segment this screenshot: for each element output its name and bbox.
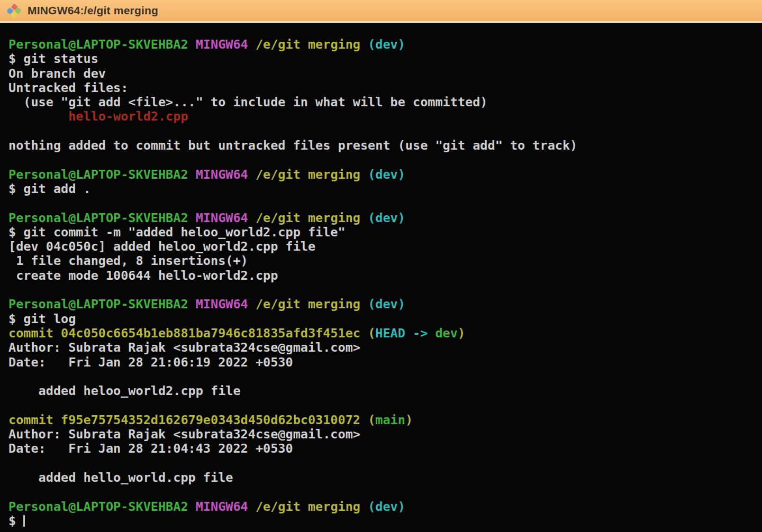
titlebar[interactable]: MINGW64:/e/git merging <box>0 0 762 23</box>
terminal-line <box>8 398 758 412</box>
terminal-line: hello-world2.cpp <box>8 109 758 124</box>
terminal-line: Personal@LAPTOP-SKVEHBA2 MINGW64 /e/git … <box>8 211 758 225</box>
terminal-line <box>8 153 758 167</box>
terminal-line: [dev 04c050c] added heloo_world2.cpp fil… <box>8 240 758 254</box>
msys2-icon[interactable] <box>6 3 22 19</box>
terminal-line: Date: Fri Jan 28 21:04:43 2022 +0530 <box>8 442 758 456</box>
terminal-line: 1 file changed, 8 insertions(+) <box>8 254 758 268</box>
terminal-line <box>8 485 758 499</box>
terminal-line: Personal@LAPTOP-SKVEHBA2 MINGW64 /e/git … <box>8 297 758 311</box>
terminal-line <box>8 456 758 471</box>
terminal-line: Author: Subrata Rajak <subrata324cse@gma… <box>8 427 758 442</box>
terminal-line <box>8 124 758 139</box>
terminal-line: Personal@LAPTOP-SKVEHBA2 MINGW64 /e/git … <box>8 500 758 514</box>
terminal-line: Personal@LAPTOP-SKVEHBA2 MINGW64 /e/git … <box>8 38 758 52</box>
terminal-line: (use "git add <file>..." to include in w… <box>8 95 758 109</box>
terminal-line: added hello_world.cpp file <box>8 471 758 485</box>
terminal-line <box>8 370 758 384</box>
terminal-line: Date: Fri Jan 28 21:06:19 2022 +0530 <box>8 355 758 370</box>
terminal-line: added heloo_world2.cpp file <box>8 384 758 398</box>
terminal-line: Author: Subrata Rajak <subrata324cse@gma… <box>8 341 758 355</box>
terminal-line <box>8 283 758 297</box>
terminal-line: On branch dev <box>8 67 758 81</box>
terminal-line: Personal@LAPTOP-SKVEHBA2 MINGW64 /e/git … <box>8 168 758 182</box>
terminal-line: create mode 100644 hello-world2.cpp <box>8 269 758 283</box>
terminal-line: commit 04c050c6654b1eb881ba7946c81835afd… <box>8 326 758 341</box>
terminal-line: $ git status <box>8 52 758 66</box>
terminal-line: $ git commit -m "added heloo_world2.cpp … <box>8 225 758 240</box>
terminal-line: $ git add . <box>8 182 758 196</box>
window-title: MINGW64:/e/git merging <box>28 4 158 17</box>
terminal-cursor <box>23 515 25 527</box>
terminal-line: nothing added to commit but untracked fi… <box>8 139 758 153</box>
terminal-line: $ <box>8 514 758 528</box>
terminal-line: $ git log <box>8 312 758 326</box>
git-bash-window: MINGW64:/e/git merging Personal@LAPTOP-S… <box>0 0 762 532</box>
terminal-line: Untracked files: <box>8 81 758 95</box>
terminal-line <box>8 196 758 210</box>
terminal-line: commit f95e75754352d162679e0343d450d62bc… <box>8 413 758 427</box>
terminal-output[interactable]: Personal@LAPTOP-SKVEHBA2 MINGW64 /e/git … <box>0 23 762 532</box>
